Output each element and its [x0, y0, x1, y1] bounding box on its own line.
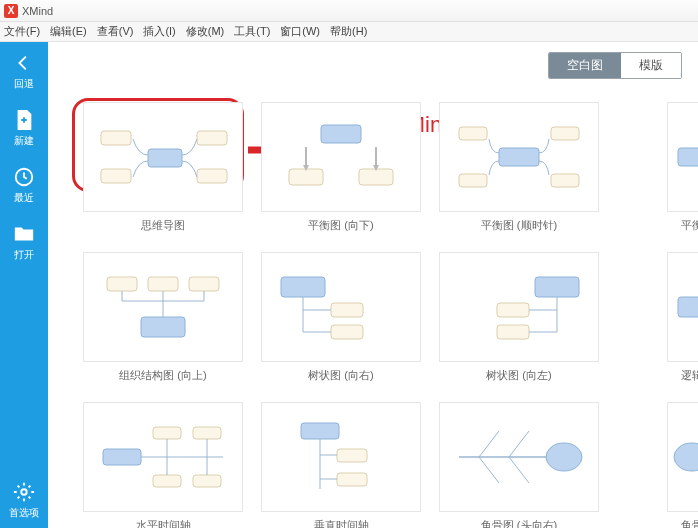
- svg-line-51: [479, 457, 499, 483]
- svg-rect-11: [359, 169, 393, 185]
- svg-rect-5: [101, 131, 131, 145]
- template-cell-htimeline[interactable]: 水平时间轴: [78, 402, 248, 528]
- template-grid: 思维导图 平衡图 (向下): [78, 102, 698, 528]
- tab-blank[interactable]: 空白图: [549, 53, 621, 78]
- htimeline-icon: [93, 417, 233, 497]
- logic-icon: [672, 267, 698, 347]
- vtimeline-icon: [271, 417, 411, 497]
- fishbone-right-icon: [449, 417, 589, 497]
- template-label: 平衡图 (向下): [308, 218, 373, 233]
- svg-rect-33: [103, 449, 141, 465]
- window-titlebar: X XMind: [0, 0, 698, 22]
- svg-rect-10: [289, 169, 323, 185]
- svg-line-49: [479, 431, 499, 457]
- clock-icon: [13, 166, 35, 188]
- sidebar-open[interactable]: 打开: [13, 223, 35, 262]
- template-cell-tree-right[interactable]: 树状图 (向右): [256, 252, 426, 402]
- sidebar-recent[interactable]: 最近: [13, 166, 35, 205]
- template-thumb: [83, 252, 243, 362]
- app-title: XMind: [22, 5, 53, 17]
- tree-right-icon: [271, 267, 411, 347]
- sidebar-new[interactable]: 新建: [13, 109, 35, 148]
- svg-rect-4: [148, 149, 182, 167]
- svg-rect-26: [281, 277, 325, 297]
- template-thumb: [667, 252, 698, 362]
- svg-point-48: [546, 443, 582, 471]
- template-cell-fishbone-right[interactable]: 鱼骨图 (头向右): [434, 402, 604, 528]
- template-cell-balance-down[interactable]: 平衡图 (向下): [256, 102, 426, 252]
- svg-rect-17: [459, 127, 487, 140]
- menu-file[interactable]: 文件(F): [4, 24, 40, 39]
- template-cell-logic[interactable]: 逻辑图: [612, 252, 698, 402]
- svg-rect-24: [148, 277, 178, 291]
- main-panel: 空白图 模版 导出成XMind 2008工作 簿: [48, 42, 698, 528]
- tree-left-icon: [449, 267, 589, 347]
- menu-modify[interactable]: 修改(M): [186, 24, 225, 39]
- svg-rect-29: [535, 277, 579, 297]
- tab-template[interactable]: 模版: [621, 53, 681, 78]
- svg-rect-35: [193, 427, 221, 439]
- template-thumb: [667, 402, 698, 512]
- menu-help[interactable]: 帮助(H): [330, 24, 367, 39]
- svg-line-50: [509, 431, 529, 457]
- template-label: 树状图 (向右): [308, 368, 373, 383]
- template-label: 鱼骨图 (头向右): [481, 518, 557, 528]
- sidebar-back[interactable]: 回退: [13, 52, 35, 91]
- svg-point-1: [21, 489, 27, 495]
- svg-rect-25: [189, 277, 219, 291]
- template-label: 平衡图: [681, 218, 699, 233]
- app-logo-icon: X: [4, 4, 18, 18]
- template-cell-balance[interactable]: 平衡图: [612, 102, 698, 252]
- fishbone-icon: [672, 417, 698, 497]
- menu-insert[interactable]: 插入(I): [143, 24, 175, 39]
- arrow-left-icon: [13, 52, 35, 74]
- svg-rect-18: [459, 174, 487, 187]
- svg-rect-22: [141, 317, 185, 337]
- template-cell-fishbone[interactable]: 鱼骨图: [612, 402, 698, 528]
- svg-rect-43: [337, 473, 367, 486]
- svg-rect-27: [331, 303, 363, 317]
- menu-window[interactable]: 窗口(W): [280, 24, 320, 39]
- svg-line-52: [509, 457, 529, 483]
- svg-rect-34: [153, 427, 181, 439]
- template-label: 逻辑图: [681, 368, 699, 383]
- svg-rect-41: [301, 423, 339, 439]
- template-cell-balance-cw[interactable]: 平衡图 (顺时针): [434, 102, 604, 252]
- gear-icon: [13, 481, 35, 503]
- svg-rect-16: [499, 148, 539, 166]
- menu-edit[interactable]: 编辑(E): [50, 24, 87, 39]
- sidebar-open-label: 打开: [14, 248, 34, 262]
- balance-down-icon: [271, 117, 411, 197]
- template-thumb: [261, 402, 421, 512]
- sidebar-settings[interactable]: 首选项: [9, 481, 39, 520]
- menu-tools[interactable]: 工具(T): [234, 24, 270, 39]
- svg-rect-7: [197, 131, 227, 145]
- template-thumb: [83, 102, 243, 212]
- svg-rect-8: [197, 169, 227, 183]
- template-label: 垂直时间轴: [314, 518, 369, 528]
- template-cell-vtimeline[interactable]: 垂直时间轴: [256, 402, 426, 528]
- template-thumb: [439, 402, 599, 512]
- template-cell-org-up[interactable]: 组织结构图 (向上): [78, 252, 248, 402]
- mindmap-icon: [93, 117, 233, 197]
- template-thumb: [261, 102, 421, 212]
- svg-rect-9: [321, 125, 361, 143]
- svg-rect-23: [107, 277, 137, 291]
- svg-rect-28: [331, 325, 363, 339]
- svg-rect-31: [497, 325, 529, 339]
- svg-rect-21: [678, 148, 698, 166]
- svg-rect-6: [101, 169, 131, 183]
- template-label: 水平时间轴: [136, 518, 191, 528]
- template-cell-mindmap[interactable]: 思维导图: [78, 102, 248, 252]
- template-cell-tree-left[interactable]: 树状图 (向左): [434, 252, 604, 402]
- svg-rect-32: [678, 297, 698, 317]
- svg-rect-36: [153, 475, 181, 487]
- svg-rect-37: [193, 475, 221, 487]
- template-label: 树状图 (向左): [486, 368, 551, 383]
- menu-view[interactable]: 查看(V): [97, 24, 134, 39]
- svg-rect-42: [337, 449, 367, 462]
- balance-cw-icon: [449, 117, 589, 197]
- svg-rect-19: [551, 127, 579, 140]
- template-label: 思维导图: [141, 218, 185, 233]
- template-label: 平衡图 (顺时针): [481, 218, 557, 233]
